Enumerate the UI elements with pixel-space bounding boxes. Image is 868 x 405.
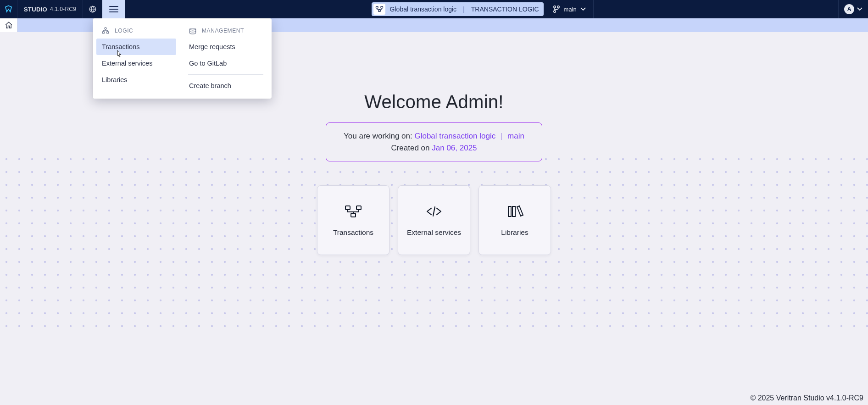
created-prefix: Created on bbox=[391, 144, 432, 152]
context-chip[interactable]: Global transaction logic | TRANSACTION L… bbox=[372, 2, 544, 16]
working-on-prefix: You are working on: bbox=[344, 132, 414, 140]
svg-point-5 bbox=[557, 6, 559, 8]
context-project-type: TRANSACTION LOGIC bbox=[471, 6, 539, 13]
chevron-down-icon bbox=[580, 7, 586, 11]
cards-row: Transactions External services Libraries bbox=[0, 185, 868, 255]
menu-item-label: External services bbox=[102, 60, 152, 67]
card-label: External services bbox=[407, 228, 461, 237]
svg-point-6 bbox=[553, 11, 555, 12]
menu-item-create-branch[interactable]: Create branch bbox=[184, 78, 268, 94]
created-date: Jan 06, 2025 bbox=[432, 144, 477, 152]
transactions-icon bbox=[344, 204, 362, 219]
menu-item-label: Merge requests bbox=[189, 43, 235, 50]
main-menu-panel: LOGIC Transactions External services Lib… bbox=[93, 18, 272, 99]
menu-header-logic-label: LOGIC bbox=[115, 28, 133, 34]
user-menu[interactable]: A bbox=[838, 0, 868, 18]
menu-col-logic: LOGIC Transactions External services Lib… bbox=[93, 18, 180, 99]
avatar: A bbox=[844, 4, 854, 14]
menu-item-label: Go to GitLab bbox=[189, 60, 227, 67]
working-on-branch: main bbox=[507, 132, 524, 140]
branch-name: main bbox=[564, 6, 577, 13]
context-separator: | bbox=[463, 6, 465, 13]
card-libraries[interactable]: Libraries bbox=[479, 185, 551, 255]
menu-item-transactions[interactable]: Transactions bbox=[96, 39, 176, 55]
footer-text: © 2025 Veritran Studio v4.1.0-RC9 bbox=[750, 394, 863, 402]
code-icon bbox=[425, 204, 443, 219]
menu-item-external-services[interactable]: External services bbox=[96, 55, 176, 72]
logic-icon bbox=[101, 27, 110, 35]
language-button[interactable] bbox=[83, 0, 102, 18]
svg-rect-2 bbox=[381, 6, 383, 8]
brand-version: 4.1.0-RC9 bbox=[50, 6, 76, 12]
svg-point-4 bbox=[553, 6, 555, 8]
svg-rect-9 bbox=[107, 32, 109, 33]
context-project-name: Global transaction logic bbox=[390, 6, 457, 13]
svg-rect-8 bbox=[102, 32, 104, 33]
topbar-spacer-left bbox=[125, 0, 369, 18]
svg-rect-12 bbox=[351, 213, 356, 217]
menu-header-management: MANAGEMENT bbox=[184, 23, 268, 39]
transactions-icon bbox=[373, 4, 385, 15]
svg-rect-3 bbox=[378, 10, 380, 12]
card-label: Libraries bbox=[501, 228, 528, 237]
branch-icon bbox=[553, 5, 560, 13]
menu-item-go-to-gitlab[interactable]: Go to GitLab bbox=[184, 55, 268, 72]
svg-rect-11 bbox=[356, 206, 361, 210]
svg-rect-1 bbox=[376, 6, 378, 8]
management-icon bbox=[188, 27, 197, 35]
svg-rect-10 bbox=[345, 206, 350, 210]
svg-rect-13 bbox=[508, 206, 511, 216]
card-transactions[interactable]: Transactions bbox=[317, 185, 389, 255]
app-logo[interactable] bbox=[0, 0, 17, 18]
globe-icon bbox=[89, 5, 97, 13]
menu-item-merge-requests[interactable]: Merge requests bbox=[184, 39, 268, 55]
menu-item-label: Create branch bbox=[189, 82, 231, 89]
home-icon bbox=[5, 21, 13, 29]
top-bar: STUDIO 4.1.0-RC9 Global transaction logi… bbox=[0, 0, 868, 18]
branch-selector[interactable]: main bbox=[545, 0, 594, 18]
working-on-separator: | bbox=[501, 132, 502, 140]
card-external-services[interactable]: External services bbox=[398, 185, 470, 255]
brand-label: STUDIO 4.1.0-RC9 bbox=[17, 0, 83, 18]
menu-item-label: Transactions bbox=[102, 43, 139, 50]
hamburger-icon bbox=[109, 6, 118, 13]
brand-name: STUDIO bbox=[24, 6, 47, 13]
library-icon bbox=[506, 204, 524, 219]
main-menu-button[interactable] bbox=[102, 0, 125, 18]
avatar-initial: A bbox=[847, 6, 851, 12]
veritran-logo-icon bbox=[5, 5, 12, 14]
menu-col-management: MANAGEMENT Merge requests Go to GitLab C… bbox=[180, 18, 272, 99]
home-button[interactable] bbox=[0, 18, 17, 32]
svg-rect-14 bbox=[512, 206, 515, 216]
menu-header-logic: LOGIC bbox=[96, 23, 176, 39]
menu-header-management-label: MANAGEMENT bbox=[202, 28, 244, 34]
topbar-spacer-right bbox=[594, 0, 838, 18]
working-on-project: Global transaction logic bbox=[414, 132, 495, 140]
working-on-box: You are working on: Global transaction l… bbox=[326, 122, 542, 161]
menu-item-label: Libraries bbox=[102, 76, 128, 83]
chevron-down-icon bbox=[857, 7, 862, 11]
menu-divider bbox=[188, 74, 263, 75]
card-label: Transactions bbox=[333, 228, 373, 237]
menu-item-libraries[interactable]: Libraries bbox=[96, 72, 176, 88]
svg-point-7 bbox=[105, 28, 106, 29]
